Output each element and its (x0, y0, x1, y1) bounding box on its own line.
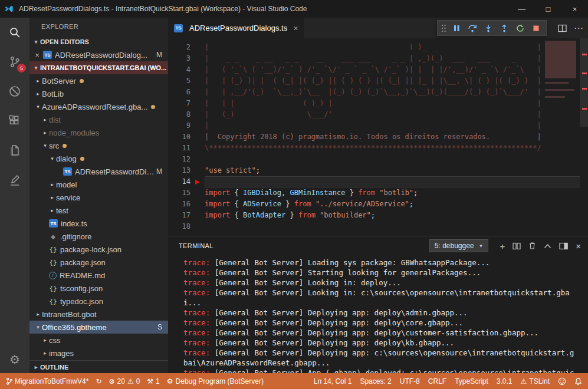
eol-sequence[interactable]: CRLF (428, 377, 446, 385)
git-branch-button[interactable]: MigrationToBotFmwV4* (6, 377, 88, 385)
outline-section-header[interactable]: ▸ OUTLINE (29, 360, 168, 373)
tree-item-package-lock-json[interactable]: {}package-lock.json (29, 243, 168, 256)
drag-handle-icon[interactable] (441, 24, 446, 33)
typescript-file-icon: TS (174, 24, 183, 32)
terminal-output[interactable]: trace: [General Bot Server] Loading sys … (168, 255, 588, 373)
explorer-sidebar: EXPLORER ▾ OPEN EDITORS × TS ADResetPass… (29, 18, 168, 373)
code-line-16[interactable]: 16import { ADService } from "../service/… (168, 199, 588, 210)
gear-icon[interactable]: ⚙ (0, 346, 29, 373)
debug-gear-icon: ⚙ (167, 377, 173, 385)
code-line-13[interactable]: 13"use strict"; (168, 165, 588, 176)
code-line-15[interactable]: 15import { IGBDialog, GBMinInstance } fr… (168, 187, 588, 199)
tree-item-images[interactable]: ▸images (29, 347, 168, 360)
tree-item-adresetpassworddial[interactable]: TSADResetPasswordDial...M (29, 165, 168, 178)
tree-item-node-modules[interactable]: ▸node_modules (29, 126, 168, 139)
open-editor-item[interactable]: × TS ADResetPasswordDialog... M (29, 48, 168, 61)
editor-scrollbar[interactable] (580, 38, 588, 236)
tree-item-dist[interactable]: ▸dist (29, 113, 168, 126)
new-terminal-icon[interactable]: + (500, 241, 505, 251)
typescript-file-icon: TS (43, 51, 52, 59)
tree-item-office365-gbtheme[interactable]: ▾Office365.gbthemeS (29, 321, 168, 334)
files-icon[interactable] (0, 136, 29, 165)
tree-item-azureadpasswordreset-gba[interactable]: ▾AzureADPasswordReset.gba... (29, 100, 168, 113)
tree-item-package-json[interactable]: {}package.json (29, 256, 168, 269)
step-over-button[interactable] (465, 21, 479, 35)
tree-item-botlib[interactable]: ▸BotLib (29, 87, 168, 100)
open-editors-header[interactable]: ▾ OPEN EDITORS (29, 35, 168, 48)
code-line-5[interactable]: 5| | (_) )| | ( (_| |( (_) || ( ) ( ) |(… (168, 75, 588, 87)
source-control-icon[interactable]: 5 (0, 47, 29, 77)
minimap[interactable] (543, 38, 580, 236)
tree-item-dialog[interactable]: ▾dialog (29, 152, 168, 165)
close-button[interactable]: × (561, 0, 588, 18)
feedback-smiley-icon[interactable] (558, 377, 566, 385)
debug-target-button[interactable]: ⚙Debug Program (BotServer) (167, 377, 264, 385)
tasks-button[interactable]: ⚒1 (147, 377, 159, 385)
split-editor-icon[interactable] (558, 24, 567, 32)
restart-button[interactable] (513, 21, 527, 35)
pause-button[interactable] (449, 21, 464, 35)
tree-item-readme-md[interactable]: iREADME.md (29, 269, 168, 282)
trace-prefix: trace: (183, 278, 210, 287)
close-panel-icon[interactable]: × (576, 241, 581, 251)
more-actions-icon[interactable]: ⋯ (574, 22, 583, 34)
tree-item-intranetbot-gbot[interactable]: ▸IntranetBot.gbot (29, 308, 168, 321)
code-line-9[interactable]: 9| | (168, 120, 588, 131)
vscode-window: ADResetPasswordDialogs.ts - IntranetBotQ… (0, 0, 588, 389)
tree-item-test[interactable]: ▸test (29, 204, 168, 217)
extensions-icon[interactable] (0, 106, 29, 136)
code-line-12[interactable]: 12 (168, 154, 588, 165)
minimize-button[interactable]: — (508, 0, 535, 18)
code-line-7[interactable]: 7| | | ( )_) | | (168, 98, 588, 109)
code-line-2[interactable]: 2| ( )_ _ | (168, 42, 588, 53)
debug-icon[interactable] (0, 77, 29, 106)
code-line-8[interactable]: 8| (_) \___/' | (168, 109, 588, 120)
step-out-button[interactable] (497, 21, 511, 35)
code-line-4[interactable]: 4| ( '_`\ ( '__)/'_` ) /'_ `\/' _ ` _ `\… (168, 64, 588, 75)
indentation[interactable]: Spaces: 2 (360, 377, 391, 385)
workspace-section-header[interactable]: ▾ INTRANETBOTQUICKSTART.GBAI (WO... (29, 61, 168, 74)
sync-button[interactable]: ↻ (96, 377, 101, 385)
kill-terminal-icon[interactable] (528, 242, 536, 250)
maximize-button[interactable]: □ (535, 0, 561, 18)
sidebar-title: EXPLORER (29, 18, 168, 35)
notifications-bell-icon[interactable] (574, 377, 582, 385)
terminal-selector[interactable]: 5: debuggee ▼ (429, 239, 489, 252)
tree-item-botserver[interactable]: ▸BotServer (29, 74, 168, 87)
problems-button[interactable]: ⊗20 ⚠0 (109, 377, 140, 385)
chevron-right-icon: ▸ (34, 78, 42, 84)
stop-button[interactable] (529, 21, 543, 35)
code-line-6[interactable]: 6| | ,__/'(_) `\__,_)`\__ |(_) (_) (_)`\… (168, 87, 588, 98)
tree-item-typedoc-json[interactable]: {}typedoc.json (29, 295, 168, 308)
code-line-3[interactable]: 3| _ _ _ __ _ _ __ ___ ___ _ _ | ,_)(_) … (168, 53, 588, 64)
scrollbar-slider[interactable] (580, 38, 588, 127)
step-into-button[interactable] (481, 21, 495, 35)
cursor-position[interactable]: Ln 14, Col 1 (314, 377, 352, 385)
code-editor[interactable]: 2| ( )_ _ |3| _ _ _ __ _ _ __ ___ ___ _ … (168, 38, 588, 236)
code-line-11[interactable]: 11\*************************************… (168, 143, 588, 154)
tab-close-icon[interactable]: × (293, 24, 298, 33)
code-line-10[interactable]: 10| Copyright 2018 (c) pragmatismo.io. T… (168, 131, 588, 143)
close-editor-icon[interactable]: × (33, 51, 41, 60)
tree-item-index-ts[interactable]: TSindex.ts (29, 217, 168, 230)
toggle-panel-icon[interactable] (559, 242, 568, 250)
tree-item-css[interactable]: ▸css (29, 334, 168, 347)
encoding[interactable]: UTF-8 (400, 377, 420, 385)
search-icon[interactable] (0, 18, 29, 47)
tree-item-gitignore[interactable]: ◆.gitignore (29, 230, 168, 243)
code-line-18[interactable]: 18 (168, 221, 588, 232)
language-mode[interactable]: TypeScript (455, 377, 488, 385)
typescript-version[interactable]: 3.0.1 (497, 377, 513, 385)
tree-item-service[interactable]: ▸service (29, 191, 168, 204)
tree-item-tsconfig-json[interactable]: {}tsconfig.json (29, 282, 168, 295)
split-terminal-icon[interactable] (513, 242, 521, 250)
tab-adresetpassworddialogs[interactable]: TS ADResetPasswordDialogs.ts × (168, 18, 304, 38)
tree-item-model[interactable]: ▸model (29, 178, 168, 191)
tree-item-src[interactable]: ▾src (29, 139, 168, 152)
code-line-14[interactable]: 14 (168, 176, 588, 187)
tslint-status[interactable]: ⚠TSLint (521, 377, 550, 385)
code-line-17[interactable]: 17import { BotAdapter } from "botbuilder… (168, 210, 588, 221)
terminal-tab[interactable]: TERMINAL (179, 242, 213, 249)
maximize-panel-icon[interactable] (544, 243, 551, 249)
edit-icon[interactable] (0, 165, 29, 194)
